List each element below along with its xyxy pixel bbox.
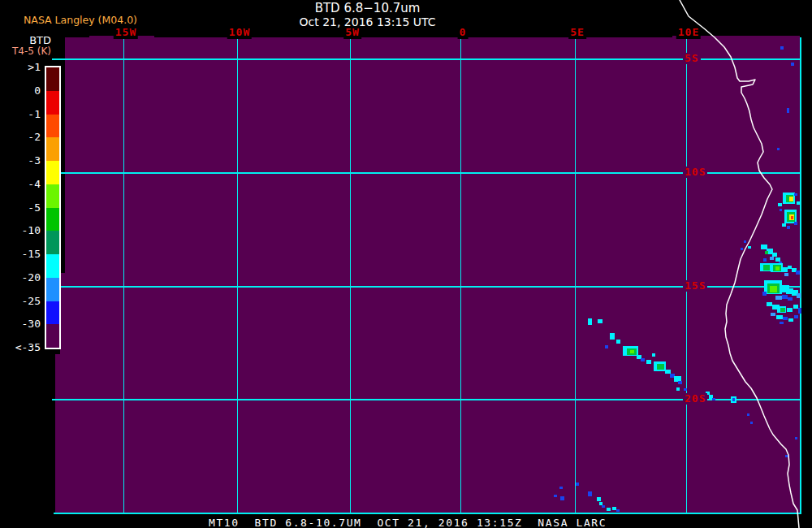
footer-caption: MT10 BTD 6.8-10.7UM OCT 21, 2016 13:15Z …	[209, 517, 607, 528]
latitude-label-10S: 10S	[683, 167, 707, 178]
coastline-layer	[0, 0, 812, 528]
latitude-label-5S: 5S	[683, 53, 701, 64]
legend-tick--20: -20	[3, 272, 41, 283]
legend-band-0	[46, 67, 59, 91]
legend-tick->1: >1	[3, 62, 41, 73]
longitude-label-15W: 15W	[114, 27, 138, 39]
legend-tick--4: -4	[3, 179, 41, 190]
legend-tick--1: -1	[3, 109, 41, 120]
site-label: NASA Langley (M04.0)	[24, 14, 137, 26]
longitude-label-5E: 5E	[568, 27, 586, 39]
legend-tick--10: -10	[3, 225, 41, 236]
legend-band-6	[46, 208, 59, 232]
legend-tick--3: -3	[3, 155, 41, 167]
latitude-label-20S: 20S	[683, 393, 707, 405]
legend-band-7	[46, 231, 59, 254]
color-scale-bar	[45, 66, 61, 349]
legend-tick-0: 0	[3, 85, 41, 97]
title-block: BTD 6.8−10.7um Oct 21, 2016 13:15 UTC	[227, 2, 508, 28]
legend-tick--30: -30	[3, 318, 41, 330]
legend-band-1	[46, 91, 59, 115]
coastline-path	[680, 0, 799, 528]
legend-tick-<-35: <-35	[3, 342, 41, 353]
longitude-label-10E: 10E	[676, 27, 701, 39]
longitude-label-0: 0	[458, 27, 469, 39]
legend-band-8	[46, 254, 59, 278]
legend-band-5	[46, 184, 59, 208]
legend-tick--5: -5	[3, 202, 41, 214]
legend-band-4	[46, 161, 59, 184]
product-timestamp: Oct 21, 2016 13:15 UTC	[227, 15, 508, 28]
legend-units: T4-5 (K)	[0, 46, 51, 57]
legend-band-2	[46, 115, 59, 138]
longitude-label-10W: 10W	[227, 27, 252, 39]
legend-tick--2: -2	[3, 132, 41, 143]
legend-tick--15: -15	[3, 249, 41, 260]
legend-band-3	[46, 137, 59, 161]
legend-band-9	[46, 278, 59, 301]
legend-band-11	[46, 324, 59, 348]
legend-band-10	[46, 301, 59, 325]
latitude-label-15S: 15S	[683, 280, 707, 292]
product-title: BTD 6.8−10.7um	[227, 2, 508, 15]
legend-title: BTD	[0, 35, 51, 46]
satellite-product-screen: 15W10W5W05E10E5S10S15S20S NASA Langley (…	[0, 0, 812, 528]
legend-tick--25: -25	[3, 296, 41, 307]
longitude-label-5W: 5W	[343, 27, 361, 39]
